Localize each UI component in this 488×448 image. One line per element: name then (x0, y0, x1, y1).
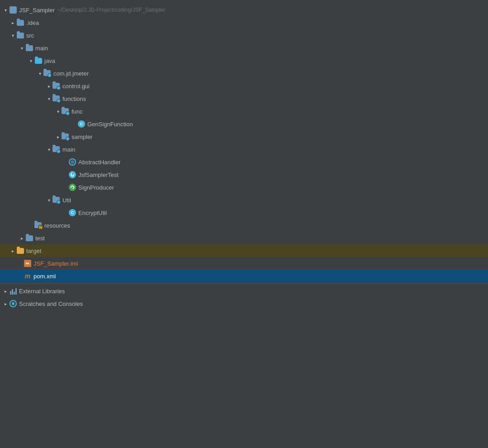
folder-package-icon (53, 196, 61, 204)
tree-item-target[interactable]: ▸ target (0, 244, 488, 257)
class-icon: C (68, 209, 77, 217)
tree-item-sign-producer[interactable]: SignProducer (0, 181, 488, 194)
folder-package-icon (62, 133, 70, 141)
tree-item-external-libraries[interactable]: ▸ External Libraries (0, 285, 488, 297)
chevron-down-icon: ▾ (45, 95, 53, 102)
tree-item-resources[interactable]: resources (0, 219, 488, 232)
item-label: func (72, 108, 83, 115)
svg-rect-0 (39, 226, 40, 229)
no-chevron (16, 272, 24, 280)
chevron-right-icon: ▸ (9, 247, 16, 254)
item-label: main (35, 45, 48, 52)
folder-package-icon (62, 107, 70, 115)
item-label: Scratches and Consoles (19, 300, 83, 307)
item-label: sampler (72, 133, 92, 140)
svg-rect-1 (41, 227, 42, 229)
tree-item-sampler[interactable]: ▸ sampler (0, 130, 488, 143)
tree-item-jsf-sampler-test[interactable]: JsfSamplerTest (0, 168, 488, 181)
chevron-down-icon: ▾ (45, 146, 53, 153)
tree-item-pom-xml[interactable]: m pom.xml (0, 270, 488, 282)
item-label: test (35, 235, 45, 242)
item-label: JsfSamplerTest (78, 172, 119, 178)
tree-item-encrypt-util[interactable]: C EncryptUtil (0, 206, 488, 219)
abstract-class-icon (68, 158, 77, 166)
tree-item-main2[interactable]: ▾ main (0, 143, 488, 156)
chevron-right-icon: ▸ (18, 234, 25, 242)
tree-item-functions[interactable]: ▾ functions (0, 92, 488, 105)
file-tree: ▾ JSF_Sampler ~/Desktop/2.JD-Project/cod… (0, 0, 488, 314)
folder-icon (16, 19, 24, 27)
item-label: SignProducer (78, 184, 114, 191)
tree-item-abstract-handler[interactable]: AbstractHandler (0, 156, 488, 168)
tree-item-com-jd-jmeter[interactable]: ▾ com.jd.jmeter (0, 67, 488, 80)
scratches-icon (9, 300, 17, 308)
item-label: pom.xml (33, 273, 56, 280)
tree-item-test[interactable]: ▸ test (0, 232, 488, 244)
item-label: EncryptUtil (78, 210, 107, 216)
class-green-icon (68, 183, 77, 191)
tree-divider (0, 283, 488, 284)
folder-package-icon (53, 82, 61, 90)
item-label: JSF_Sampler.iml (33, 260, 78, 267)
tree-item-util[interactable]: ▾ Util (0, 194, 488, 206)
no-chevron (70, 120, 77, 128)
folder-java-icon (34, 57, 43, 65)
chevron-right-icon: ▸ (2, 300, 9, 307)
tree-item-control-gui[interactable]: ▸ control.gui (0, 80, 488, 92)
external-libraries-icon (9, 287, 17, 295)
class-test-icon (68, 171, 77, 179)
chevron-right-icon: ▸ (45, 82, 53, 90)
iml-file-icon: IML (24, 259, 32, 267)
chevron-down-icon: ▾ (2, 6, 9, 14)
tree-item-java[interactable]: ▾ java (0, 54, 488, 67)
chevron-down-icon: ▾ (27, 57, 34, 64)
item-label: control.gui (62, 83, 90, 90)
folder-icon (25, 234, 33, 242)
no-chevron (61, 171, 68, 178)
item-label: Util (62, 197, 71, 204)
folder-icon (25, 44, 33, 52)
item-label: java (44, 57, 55, 64)
tree-item-func[interactable]: ▾ func (0, 105, 488, 118)
no-chevron (16, 260, 24, 267)
folder-resources-icon (34, 221, 43, 229)
folder-icon (16, 31, 24, 39)
item-label: src (26, 32, 34, 39)
chevron-right-icon: ▸ (54, 133, 62, 140)
item-label: GenSignFunction (87, 121, 133, 128)
chevron-right-icon: ▸ (2, 287, 9, 295)
no-chevron (61, 209, 68, 216)
item-label: main (62, 146, 75, 153)
class-icon: C (77, 120, 86, 128)
folder-package-icon (53, 95, 61, 103)
chevron-down-icon: ▾ (45, 196, 53, 204)
item-label: com.jd.jmeter (53, 70, 89, 77)
item-label: functions (62, 95, 86, 102)
chevron-right-icon: ▸ (9, 19, 16, 26)
no-chevron (27, 222, 34, 229)
chevron-down-icon: ▾ (54, 108, 62, 115)
maven-file-icon: m (24, 272, 32, 280)
no-chevron (61, 184, 68, 191)
tree-item-jsf-sampler-root[interactable]: ▾ JSF_Sampler ~/Desktop/2.JD-Project/cod… (0, 4, 488, 16)
chevron-down-icon: ▾ (9, 32, 16, 39)
folder-package-icon (43, 69, 52, 77)
project-folder-icon (9, 6, 17, 14)
folder-package-icon (53, 145, 61, 153)
item-path: ~/Desktop/2.JD-Project/coding/JSF_Sample… (57, 7, 165, 13)
tree-item-src[interactable]: ▾ src (0, 29, 488, 42)
item-label: .idea (26, 19, 39, 26)
tree-item-gen-sign-function[interactable]: C GenSignFunction (0, 118, 488, 130)
tree-item-scratches[interactable]: ▸ Scratches and Consoles (0, 297, 488, 310)
folder-orange-icon (16, 247, 24, 255)
tree-item-idea[interactable]: ▸ .idea (0, 16, 488, 29)
item-label: External Libraries (19, 288, 65, 295)
item-label: target (26, 248, 41, 254)
item-label: resources (44, 222, 70, 229)
item-label: JSF_Sampler (19, 7, 55, 14)
tree-item-jsf-sampler-iml[interactable]: IML JSF_Sampler.iml (0, 257, 488, 270)
item-label: AbstractHandler (78, 159, 120, 166)
tree-item-main[interactable]: ▾ main (0, 42, 488, 54)
chevron-down-icon: ▾ (36, 70, 43, 77)
no-chevron (61, 158, 68, 166)
